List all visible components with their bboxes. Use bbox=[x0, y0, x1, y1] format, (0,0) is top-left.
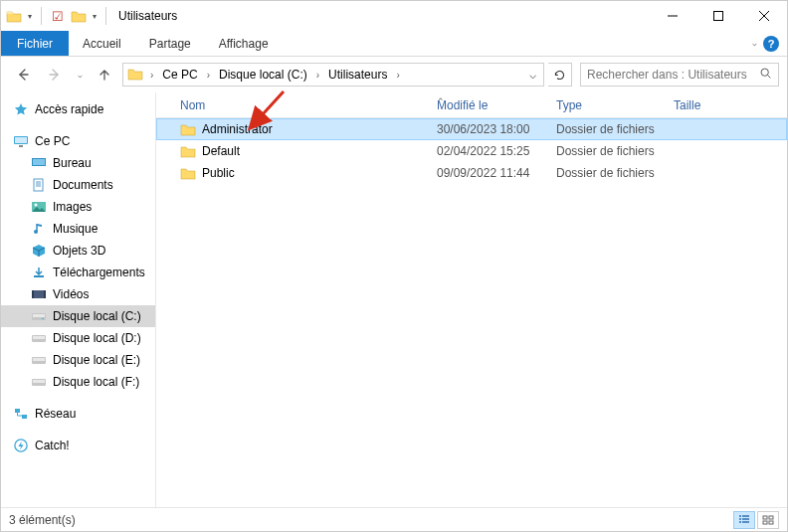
close-button[interactable] bbox=[741, 1, 787, 31]
navigation-bar: ⌵ › Ce PC › Disque local (C:) › Utilisat… bbox=[1, 57, 787, 92]
search-icon[interactable] bbox=[759, 67, 772, 83]
svg-rect-14 bbox=[44, 290, 46, 298]
svg-rect-7 bbox=[34, 179, 43, 191]
drive-icon bbox=[31, 375, 47, 389]
tree-label: Vidéos bbox=[53, 287, 89, 301]
svg-point-9 bbox=[35, 204, 38, 207]
file-list: ⌃ Nom Modifié le Type Taille Administrat… bbox=[156, 92, 787, 507]
forward-button[interactable] bbox=[41, 61, 69, 89]
qat-folder-icon[interactable] bbox=[70, 7, 88, 25]
up-button[interactable] bbox=[91, 61, 118, 89]
monitor-icon bbox=[13, 134, 29, 148]
address-dropdown-icon[interactable]: ⌵ bbox=[523, 68, 541, 82]
file-name: Public bbox=[202, 166, 235, 180]
column-size[interactable]: Taille bbox=[666, 98, 787, 112]
folder-icon bbox=[180, 166, 196, 180]
svg-point-10 bbox=[34, 230, 38, 234]
svg-rect-3 bbox=[15, 137, 27, 143]
tree-desktop[interactable]: Bureau bbox=[1, 152, 155, 174]
tree-label: Musique bbox=[53, 222, 98, 236]
tree-drive-d[interactable]: Disque local (D:) bbox=[1, 327, 155, 349]
chevron-right-icon[interactable]: › bbox=[393, 70, 402, 81]
svg-point-1 bbox=[761, 69, 768, 76]
navigation-tree[interactable]: Accès rapide Ce PC Bureau Documents Imag… bbox=[1, 92, 156, 507]
svg-rect-16 bbox=[33, 314, 45, 317]
tree-label: Disque local (F:) bbox=[53, 375, 139, 389]
breadcrumb-item[interactable]: Disque local (C:) bbox=[213, 64, 313, 86]
file-modified: 30/06/2023 18:00 bbox=[429, 122, 548, 136]
tree-music[interactable]: Musique bbox=[1, 218, 155, 240]
tab-share[interactable]: Partage bbox=[135, 31, 205, 56]
large-icons-view-button[interactable] bbox=[757, 511, 779, 529]
picture-icon bbox=[31, 200, 47, 214]
file-type: Dossier de fichiers bbox=[548, 166, 666, 180]
quick-access-toolbar: ▾ ☑ ▾ bbox=[5, 7, 110, 25]
refresh-button[interactable] bbox=[548, 63, 572, 87]
column-headers: ⌃ Nom Modifié le Type Taille bbox=[156, 92, 787, 118]
column-name[interactable]: Nom bbox=[172, 98, 429, 112]
tree-quick-access[interactable]: Accès rapide bbox=[1, 98, 155, 120]
help-icon[interactable]: ? bbox=[763, 36, 779, 52]
recent-locations-button[interactable]: ⌵ bbox=[73, 61, 87, 89]
svg-point-17 bbox=[42, 318, 44, 320]
svg-rect-21 bbox=[33, 358, 45, 361]
tree-3d-objects[interactable]: Objets 3D bbox=[1, 240, 155, 262]
document-icon bbox=[31, 178, 47, 192]
file-modified: 02/04/2022 15:25 bbox=[429, 144, 548, 158]
file-name: Default bbox=[202, 144, 240, 158]
back-button[interactable] bbox=[9, 61, 37, 89]
svg-rect-28 bbox=[769, 516, 773, 519]
tree-drive-c[interactable]: Disque local (C:) bbox=[1, 305, 155, 327]
details-view-button[interactable] bbox=[733, 511, 755, 529]
svg-rect-27 bbox=[763, 516, 767, 519]
cube-icon bbox=[31, 244, 47, 258]
tree-network[interactable]: Réseau bbox=[1, 403, 155, 425]
tree-label: Disque local (C:) bbox=[53, 309, 141, 323]
drive-icon bbox=[31, 353, 47, 367]
qat-check-icon[interactable]: ☑ bbox=[48, 9, 68, 24]
svg-rect-19 bbox=[33, 336, 45, 339]
tree-label: Objets 3D bbox=[53, 244, 105, 258]
tree-catch[interactable]: Catch! bbox=[1, 435, 155, 456]
tree-documents[interactable]: Documents bbox=[1, 174, 155, 196]
chevron-right-icon[interactable]: › bbox=[313, 70, 322, 81]
search-box[interactable]: Rechercher dans : Utilisateurs bbox=[580, 63, 779, 87]
breadcrumb-item[interactable]: Utilisateurs bbox=[322, 64, 393, 86]
minimize-button[interactable] bbox=[650, 1, 695, 31]
file-row[interactable]: Default 02/04/2022 15:25 Dossier de fich… bbox=[156, 140, 787, 162]
tree-this-pc[interactable]: Ce PC bbox=[1, 130, 155, 152]
file-rows[interactable]: Administrator 30/06/2023 18:00 Dossier d… bbox=[156, 118, 787, 507]
address-bar[interactable]: › Ce PC › Disque local (C:) › Utilisateu… bbox=[122, 63, 544, 87]
qat-down-icon[interactable]: ▾ bbox=[25, 12, 35, 21]
breadcrumb-item[interactable]: Ce PC bbox=[156, 64, 203, 86]
search-placeholder: Rechercher dans : Utilisateurs bbox=[587, 68, 747, 82]
desktop-icon bbox=[31, 156, 47, 170]
file-row[interactable]: Public 09/09/2022 11:44 Dossier de fichi… bbox=[156, 162, 787, 184]
tree-label: Téléchargements bbox=[53, 266, 145, 279]
column-modified[interactable]: Modifié le bbox=[429, 98, 548, 112]
tab-view[interactable]: Affichage bbox=[205, 31, 283, 56]
svg-rect-30 bbox=[769, 521, 773, 524]
file-row[interactable]: Administrator 30/06/2023 18:00 Dossier d… bbox=[156, 118, 787, 140]
tree-label: Réseau bbox=[35, 407, 76, 421]
chevron-right-icon[interactable]: › bbox=[147, 70, 156, 81]
tree-videos[interactable]: Vidéos bbox=[1, 283, 155, 305]
file-tab[interactable]: Fichier bbox=[1, 31, 69, 56]
qat-down-icon-2[interactable]: ▾ bbox=[90, 12, 99, 21]
ribbon-collapse-icon[interactable]: ⌵ bbox=[752, 39, 757, 48]
download-icon bbox=[31, 266, 47, 279]
column-type[interactable]: Type bbox=[548, 98, 666, 112]
tab-home[interactable]: Accueil bbox=[69, 31, 135, 56]
tree-label: Images bbox=[53, 200, 92, 214]
tree-downloads[interactable]: Téléchargements bbox=[1, 262, 155, 283]
tree-drive-e[interactable]: Disque local (E:) bbox=[1, 349, 155, 371]
tree-label: Accès rapide bbox=[35, 102, 103, 116]
tree-label: Disque local (E:) bbox=[53, 353, 140, 367]
maximize-button[interactable] bbox=[695, 1, 741, 31]
tree-drive-f[interactable]: Disque local (F:) bbox=[1, 371, 155, 393]
svg-rect-11 bbox=[34, 275, 44, 277]
chevron-right-icon[interactable]: › bbox=[204, 70, 213, 81]
file-type: Dossier de fichiers bbox=[548, 122, 666, 136]
svg-rect-25 bbox=[22, 415, 27, 419]
tree-images[interactable]: Images bbox=[1, 196, 155, 218]
